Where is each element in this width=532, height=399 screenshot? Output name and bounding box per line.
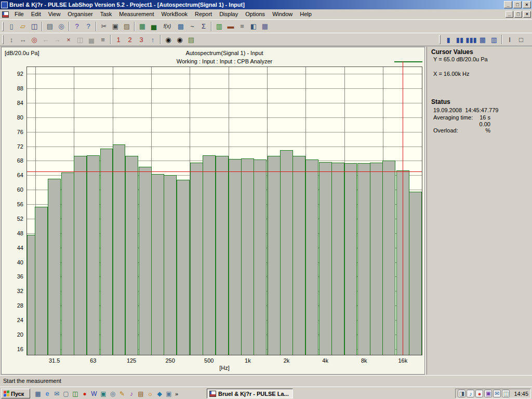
- menu-report[interactable]: Report: [191, 9, 216, 19]
- analyzer-setup-icon[interactable]: Σ: [198, 21, 209, 32]
- cpb-bar-10000hz[interactable]: [370, 163, 383, 355]
- menu-view[interactable]: View: [45, 9, 64, 19]
- tray-network-icon[interactable]: ◫: [502, 390, 510, 397]
- print-preview-icon[interactable]: ◎: [56, 21, 67, 32]
- cpb-bar-315hz[interactable]: [177, 180, 190, 355]
- quicklaunch-mail-icon[interactable]: ✉: [52, 389, 61, 398]
- toolbar-grip[interactable]: [439, 35, 441, 44]
- context-help-icon[interactable]: ?: [83, 21, 94, 32]
- cpb-bar-400hz[interactable]: [190, 163, 203, 355]
- display-three-graphs-icon[interactable]: ▮▮▮: [466, 34, 477, 45]
- cpb-bar-3150hz[interactable]: [305, 159, 318, 355]
- copy-icon[interactable]: ▣: [110, 21, 121, 32]
- open-project-icon[interactable]: ▱: [17, 21, 29, 32]
- quicklaunch-internet-explorer-icon[interactable]: e: [43, 389, 52, 398]
- quicklaunch-media-icon[interactable]: ♪: [127, 389, 136, 398]
- menu-workbook[interactable]: WorkBook: [158, 9, 192, 19]
- quicklaunch-viewer-icon[interactable]: ▣: [99, 389, 108, 398]
- cpb-bar-5000hz[interactable]: [331, 163, 344, 355]
- toolbar-grip[interactable]: [2, 22, 4, 31]
- save-project-icon[interactable]: ◫: [29, 21, 40, 32]
- selection-box-icon[interactable]: □: [515, 34, 527, 45]
- mdi-document-icon[interactable]: [2, 11, 9, 18]
- cpb-bar-50hz[interactable]: [74, 156, 87, 355]
- cpb-bar-800hz[interactable]: [229, 159, 242, 355]
- print-icon[interactable]: ▤: [44, 21, 56, 32]
- minimize-button[interactable]: _: [504, 1, 512, 8]
- start-measurement-icon[interactable]: ◉: [163, 34, 174, 45]
- quicklaunch-word-icon[interactable]: W: [89, 389, 99, 398]
- quicklaunch-commander-icon[interactable]: ▣: [164, 389, 174, 398]
- measurement-log-icon[interactable]: ▤: [185, 34, 197, 45]
- hardware-setup-icon[interactable]: ▬: [225, 21, 236, 32]
- menu-edit[interactable]: Edit: [28, 9, 45, 19]
- cpb-bar-250hz[interactable]: [164, 175, 177, 355]
- new-document-icon[interactable]: ▯: [6, 21, 17, 32]
- menu-options[interactable]: Options: [242, 9, 269, 19]
- cpb-bar-8000hz[interactable]: [357, 163, 370, 355]
- tray-volume-icon[interactable]: ♪: [467, 390, 474, 397]
- toolbar-grip[interactable]: [2, 35, 4, 44]
- auto-scale-icon[interactable]: ↔: [17, 34, 29, 45]
- cpb-bar-25hz[interactable]: [35, 207, 48, 355]
- erase-data-icon[interactable]: ×: [63, 34, 74, 45]
- cpb-bar-2500hz[interactable]: [292, 156, 305, 355]
- menu-help[interactable]: Help: [296, 9, 315, 19]
- cpb-bar-1000hz[interactable]: [241, 158, 254, 355]
- cursor-main-icon[interactable]: 1: [113, 34, 124, 45]
- cpb-bar-1250hz[interactable]: [254, 159, 267, 355]
- quicklaunch-book-icon[interactable]: ▤: [136, 389, 145, 398]
- cpb-bar-40hz[interactable]: [61, 172, 74, 355]
- menu-task[interactable]: Task: [97, 9, 116, 19]
- cut-icon[interactable]: ✂: [98, 21, 110, 32]
- cpb-bar-100hz[interactable]: [113, 144, 126, 355]
- menu-file[interactable]: File: [11, 9, 28, 19]
- scale-y-axis-icon[interactable]: ↕: [6, 34, 17, 45]
- menu-window[interactable]: Window: [269, 9, 296, 19]
- display-layout-icon[interactable]: ▦: [259, 21, 271, 32]
- text-cursor-icon[interactable]: I: [504, 34, 515, 45]
- insert-chart-icon[interactable]: ▅: [148, 21, 159, 32]
- cpb-bar-630hz[interactable]: [216, 156, 229, 355]
- cursor-horizontal-line[interactable]: [27, 171, 422, 172]
- cpb-bar-160hz[interactable]: [139, 167, 152, 355]
- cpb-bar-80hz[interactable]: [100, 149, 113, 355]
- cpb-bar-200hz[interactable]: [151, 174, 164, 355]
- help-icon[interactable]: ?: [71, 21, 83, 32]
- display-two-graphs-icon[interactable]: ▮▮: [454, 34, 466, 45]
- close-button[interactable]: ×: [523, 1, 531, 8]
- quicklaunch-overflow-chevron[interactable]: »: [174, 391, 180, 397]
- display-grid-graphs-icon[interactable]: ▦: [477, 34, 488, 45]
- quicklaunch-tools-icon[interactable]: ◆: [155, 389, 164, 398]
- cpb-bar-6300hz[interactable]: [344, 163, 357, 355]
- quicklaunch-notes-icon[interactable]: ✎: [117, 389, 127, 398]
- cpb-bar-2000hz[interactable]: [280, 150, 293, 355]
- quicklaunch-photo-icon[interactable]: ☼: [145, 389, 155, 398]
- cpb-bar-4000hz[interactable]: [319, 162, 332, 355]
- tray-antivirus-icon[interactable]: ●: [475, 390, 483, 397]
- quicklaunch-show-desktop-icon[interactable]: ▢: [61, 389, 71, 398]
- matrix-icon[interactable]: ▩: [175, 21, 187, 32]
- display-single-graph-icon[interactable]: ▮: [443, 34, 454, 45]
- menu-measurement[interactable]: Measurement: [115, 9, 157, 19]
- display-tools-icon[interactable]: ≡: [97, 34, 109, 45]
- mdi-restore-button[interactable]: □: [514, 11, 522, 18]
- cpb-bar-31.5hz[interactable]: [48, 179, 61, 355]
- connect-frontend-icon[interactable]: ◧: [248, 21, 259, 32]
- cpb-bar-1600hz[interactable]: [268, 156, 281, 355]
- taskbar-window-button[interactable]: Bruel & Kj?r - PULSE La...: [207, 389, 293, 398]
- plot-area[interactable]: [26, 66, 422, 355]
- signal-generator-icon[interactable]: ~: [187, 21, 198, 32]
- quicklaunch-search-icon[interactable]: ◎: [108, 389, 117, 398]
- mdi-minimize-button[interactable]: _: [506, 11, 513, 18]
- cursor-reset-icon[interactable]: ↑: [147, 34, 158, 45]
- cpb-bar-20hz[interactable]: [27, 235, 35, 355]
- tray-mail-icon[interactable]: ✉: [493, 390, 501, 397]
- start-button[interactable]: Пуск: [1, 389, 30, 398]
- tray-agent-icon[interactable]: ▣: [484, 390, 492, 397]
- display-table-icon[interactable]: ▥: [488, 34, 500, 45]
- paste-icon[interactable]: ▨: [121, 21, 132, 32]
- quicklaunch-pulse-icon[interactable]: ▦: [33, 389, 43, 398]
- menu-organiser[interactable]: Organiser: [64, 9, 96, 19]
- organiser-icon[interactable]: ▥: [214, 21, 225, 32]
